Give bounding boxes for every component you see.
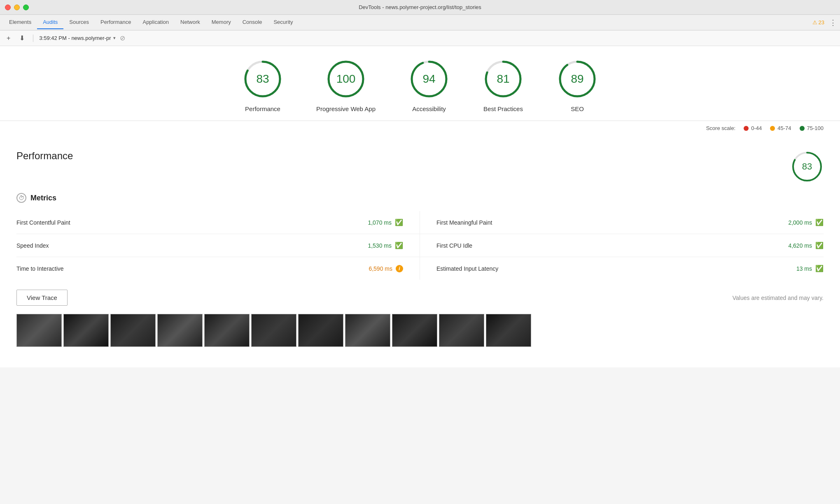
metric-icon-tti: i xyxy=(396,265,403,272)
score-cards: 83 Performance 100 Progressive Web App 9… xyxy=(0,46,840,121)
metric-name-fcp: First Contentful Paint xyxy=(16,219,354,226)
download-icon[interactable]: ⬇ xyxy=(17,33,27,44)
metric-row-fcp: First Contentful Paint 1,070 ms ✅ xyxy=(16,211,420,234)
score-circle-seo: 89 xyxy=(557,58,598,100)
main-content: 83 Performance 100 Progressive Web App 9… xyxy=(0,46,840,367)
score-circle-performance: 83 xyxy=(242,58,283,100)
disclaimer-text: Values are estimated and may vary. xyxy=(733,295,824,301)
metric-name-tti: Time to Interactive xyxy=(16,265,354,272)
screenshot-strip xyxy=(16,314,824,355)
score-number-best-practices: 81 xyxy=(497,72,509,86)
metric-value-fci: 4,620 ms xyxy=(788,242,812,249)
scale-item-orange: 45-74 xyxy=(770,125,791,131)
metric-value-fmp: 2,000 ms xyxy=(788,219,812,226)
title-bar: DevTools - news.polymer-project.org/list… xyxy=(0,0,840,15)
score-label-accessibility: Accessibility xyxy=(412,105,446,112)
metric-value-tti: 6,590 ms xyxy=(369,265,392,272)
metric-row-si: Speed Index 1,530 ms ✅ xyxy=(16,234,420,257)
screenshot-thumb-1 xyxy=(16,314,62,347)
metric-row-tti: Time to Interactive 6,590 ms i xyxy=(16,257,420,280)
add-icon[interactable]: + xyxy=(4,33,13,44)
score-number-performance: 83 xyxy=(256,72,269,86)
more-menu-icon[interactable]: ⋮ xyxy=(829,18,837,27)
screenshot-thumb-6 xyxy=(251,314,296,347)
tab-performance[interactable]: Performance xyxy=(95,16,137,29)
no-entry-icon[interactable]: ⊘ xyxy=(120,34,125,42)
tab-sources[interactable]: Sources xyxy=(63,16,95,29)
tab-audits[interactable]: Audits xyxy=(37,16,63,29)
devtools-tab-bar: Elements Audits Sources Performance Appl… xyxy=(0,15,840,30)
metric-value-wrap-fci: 4,620 ms ✅ xyxy=(774,242,824,249)
metric-name-eil: Estimated Input Latency xyxy=(436,265,774,272)
metric-value-fcp: 1,070 ms xyxy=(368,219,392,226)
metric-icon-fmp: ✅ xyxy=(815,218,824,226)
screenshot-thumb-5 xyxy=(204,314,250,347)
warning-count: 23 xyxy=(819,19,824,26)
screenshot-thumb-3 xyxy=(110,314,156,347)
performance-section: Performance 83 ⏱ Metrics First Contentfu… xyxy=(0,138,840,367)
tab-security[interactable]: Security xyxy=(268,16,299,29)
metric-value-si: 1,530 ms xyxy=(368,242,392,249)
metric-name-fci: First CPU Idle xyxy=(436,242,774,249)
minimize-button[interactable] xyxy=(14,5,20,10)
warning-icon: ⚠ xyxy=(812,19,817,26)
score-number-seo: 89 xyxy=(571,72,583,86)
metric-icon-fci: ✅ xyxy=(815,242,824,249)
metric-row-fmp: First Meaningful Paint 2,000 ms ✅ xyxy=(420,211,824,234)
metric-icon-eil: ✅ xyxy=(815,265,824,272)
score-card-best-practices: 81 Best Practices xyxy=(483,58,524,112)
scale-dot-red xyxy=(744,126,749,131)
score-card-accessibility: 94 Accessibility xyxy=(408,58,450,112)
maximize-button[interactable] xyxy=(23,5,29,10)
score-number-accessibility: 94 xyxy=(422,72,435,86)
scale-range-orange: 45-74 xyxy=(777,125,791,131)
tab-application[interactable]: Application xyxy=(137,16,175,29)
score-card-seo: 89 SEO xyxy=(557,58,598,112)
metric-icon-si: ✅ xyxy=(395,242,403,249)
tab-memory[interactable]: Memory xyxy=(206,16,237,29)
metric-value-eil: 13 ms xyxy=(796,265,812,272)
view-trace-row: View Trace Values are estimated and may … xyxy=(16,280,824,314)
metric-value-wrap-si: 1,530 ms ✅ xyxy=(354,242,403,249)
score-scale: Score scale: 0-44 45-74 75-100 xyxy=(0,121,840,138)
tab-elements[interactable]: Elements xyxy=(3,16,37,29)
metric-value-wrap-eil: 13 ms ✅ xyxy=(774,265,824,272)
window-title: DevTools - news.polymer-project.org/list… xyxy=(359,4,481,10)
metrics-title: Metrics xyxy=(30,194,56,202)
scale-dot-orange xyxy=(770,126,775,131)
screenshot-thumb-4 xyxy=(157,314,203,347)
metrics-header: ⏱ Metrics xyxy=(16,193,824,203)
tab-icons: ⚠ 23 ⋮ xyxy=(812,18,837,27)
metric-value-wrap-fcp: 1,070 ms ✅ xyxy=(354,218,403,226)
close-button[interactable] xyxy=(5,5,11,10)
scale-range-red: 0-44 xyxy=(751,125,762,131)
metric-icon-fcp: ✅ xyxy=(395,218,403,226)
warning-badge[interactable]: ⚠ 23 xyxy=(812,19,824,26)
screenshot-thumb-10 xyxy=(439,314,484,347)
screenshot-thumb-11 xyxy=(486,314,531,347)
performance-header: Performance 83 xyxy=(16,150,824,183)
metric-name-si: Speed Index xyxy=(16,242,354,249)
metric-name-fmp: First Meaningful Paint xyxy=(436,219,774,226)
tab-console[interactable]: Console xyxy=(237,16,268,29)
metric-row-eil: Estimated Input Latency 13 ms ✅ xyxy=(420,257,824,280)
metric-value-wrap-fmp: 2,000 ms ✅ xyxy=(774,218,824,226)
score-number-pwa: 100 xyxy=(336,72,356,86)
toolbar-dropdown-icon[interactable]: ▾ xyxy=(113,35,116,41)
tab-network[interactable]: Network xyxy=(175,16,206,29)
screenshot-thumb-8 xyxy=(345,314,390,347)
score-circle-pwa: 100 xyxy=(325,58,366,100)
score-label-pwa: Progressive Web App xyxy=(316,105,376,112)
scale-item-red: 0-44 xyxy=(744,125,762,131)
score-label-seo: SEO xyxy=(571,105,584,112)
screenshot-thumb-9 xyxy=(392,314,437,347)
performance-mini-score: 83 xyxy=(791,150,824,183)
metrics-icon: ⏱ xyxy=(16,193,26,203)
scale-range-green: 75-100 xyxy=(807,125,824,131)
view-trace-button[interactable]: View Trace xyxy=(16,290,68,306)
score-circle-best-practices: 81 xyxy=(483,58,524,100)
window-controls xyxy=(5,5,29,10)
metrics-grid: First Contentful Paint 1,070 ms ✅ First … xyxy=(16,211,824,280)
score-card-performance: 83 Performance xyxy=(242,58,283,112)
performance-title: Performance xyxy=(16,150,73,162)
